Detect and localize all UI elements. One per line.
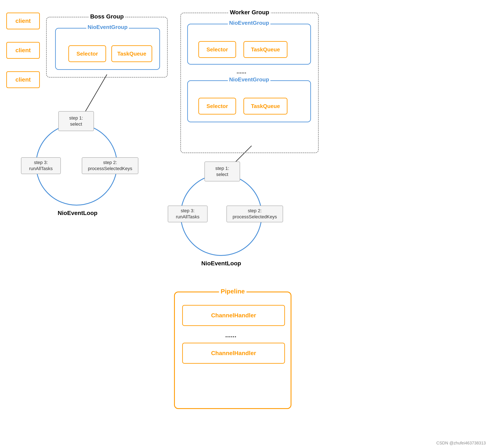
pipeline-ellipsis: ...... [225,331,236,339]
worker-event-group-bottom-title: NioEventGroup [228,76,271,83]
diagram-container: client client client Boss Group NioEvent… [0,0,490,448]
worker-event-group-top-title: NioEventGroup [228,20,271,26]
event-loop-left-label: NioEventLoop [44,210,111,216]
channel-handler-bottom: ChannelHandler [182,343,285,364]
worker-group-title: Worker Group [228,9,271,16]
left-step1: step 1: select [58,111,94,131]
worker-top-taskqueue: TaskQueue [244,41,288,58]
pipeline-title: Pipeline [219,288,246,295]
boss-group: Boss Group NioEventGroup Selector TaskQu… [46,17,168,78]
worker-event-group-bottom: NioEventGroup Selector TaskQueue [187,80,311,122]
left-step3: step 3: runAllTasks [21,157,61,174]
worker-top-selector: Selector [198,41,236,58]
worker-bottom-taskqueue: TaskQueue [244,98,288,114]
boss-selector: Selector [68,45,106,62]
boss-taskqueue: TaskQueue [111,45,152,62]
client-1: client [6,13,40,29]
boss-event-group-title: NioEventGroup [86,24,129,30]
worker-event-group-top: NioEventGroup Selector TaskQueue [187,24,311,65]
worker-bottom-selector: Selector [198,98,236,114]
watermark: CSDN @zhufei463738313 [436,441,486,446]
event-loop-right-label: NioEventLoop [188,260,255,267]
worker-group: Worker Group NioEventGroup Selector Task… [180,13,319,153]
left-step2: step 2: processSelectedKeys [82,157,138,174]
channel-handler-top: ChannelHandler [182,305,285,326]
boss-event-group: NioEventGroup Selector TaskQueue [55,28,160,70]
client-3: client [6,71,40,88]
worker-ellipsis-top: ...... [236,68,246,75]
pipeline: Pipeline ChannelHandler ...... ChannelHa… [174,291,291,409]
right-step2: step 2: processSelectedKeys [227,206,283,222]
right-step1: step 1: select [204,161,240,181]
client-2: client [6,42,40,59]
right-step3: step 3: runAllTasks [168,206,208,222]
boss-group-title: Boss Group [88,13,125,20]
